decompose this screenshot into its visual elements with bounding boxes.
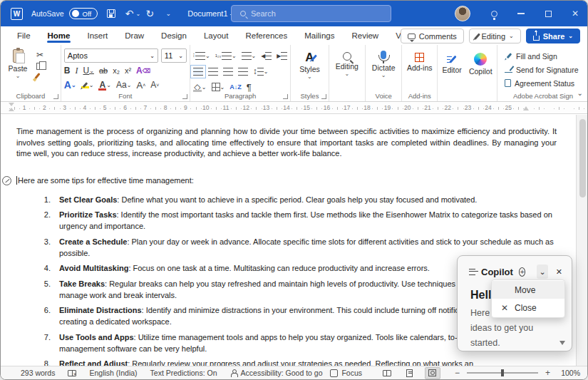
menu-item-close[interactable]: ✕Close bbox=[492, 299, 564, 317]
bold-button[interactable]: B bbox=[64, 66, 71, 76]
horizontal-ruler[interactable]: 1234567891011121314151617181920212223242… bbox=[1, 103, 588, 114]
tab-design[interactable]: Design bbox=[153, 29, 195, 43]
styles-button[interactable]: A Styles ⌄ bbox=[294, 51, 325, 80]
read-mode-button[interactable] bbox=[379, 367, 395, 379]
clear-formatting-button[interactable]: A⌫ bbox=[136, 66, 150, 76]
strikethrough-button[interactable]: ab bbox=[99, 66, 108, 75]
tab-layout[interactable]: Layout bbox=[196, 29, 237, 43]
zoom-slider[interactable] bbox=[467, 372, 538, 374]
increase-indent-button[interactable]: ▸ bbox=[277, 51, 287, 61]
shading-button[interactable]: ◇⌄ bbox=[193, 82, 207, 92]
toggle-knob-icon bbox=[72, 10, 79, 17]
addins-button[interactable]: Add-ins bbox=[405, 53, 434, 72]
redo-button[interactable]: ↻ bbox=[140, 4, 159, 23]
ruler-number: 10 bbox=[202, 104, 209, 111]
copy-button[interactable] bbox=[36, 63, 43, 70]
close-window-button[interactable]: ✕ bbox=[562, 1, 588, 26]
justify-button[interactable] bbox=[238, 68, 248, 76]
clipboard-dialog-launcher[interactable] bbox=[53, 94, 58, 99]
tab-references[interactable]: References bbox=[237, 29, 295, 43]
italic-button[interactable]: I bbox=[76, 66, 78, 76]
underline-button[interactable]: U⌄ bbox=[83, 66, 94, 76]
font-size-combo[interactable]: 11⌄ bbox=[161, 48, 187, 63]
coming-soon-button[interactable] bbox=[480, 1, 507, 26]
shrink-font-button[interactable]: A˅ bbox=[150, 80, 159, 90]
minimize-button[interactable] bbox=[507, 1, 535, 26]
accessibility-status[interactable]: Accessibility: Good to go bbox=[230, 369, 323, 377]
undo-chevron-icon[interactable]: ⌄ bbox=[136, 11, 141, 17]
tab-insert[interactable]: Insert bbox=[79, 29, 115, 43]
format-painter-button[interactable] bbox=[36, 73, 43, 79]
close-panel-button[interactable]: ✕ bbox=[554, 265, 564, 279]
line-spacing-button[interactable]: ↕⌄ bbox=[253, 66, 269, 76]
clipboard-group: Paste ⌄ ✂ Clipboard bbox=[1, 45, 61, 101]
panel-options-chevron[interactable]: ⌄ bbox=[537, 265, 547, 279]
scroll-down-icon[interactable] bbox=[559, 341, 565, 345]
tab-draw[interactable]: Draw bbox=[117, 29, 152, 43]
zoom-slider-thumb[interactable] bbox=[501, 369, 504, 376]
highlight-color-button[interactable]: ⌄ bbox=[81, 82, 94, 88]
grow-font-button[interactable]: A˄ bbox=[136, 80, 145, 91]
tab-home[interactable]: Home bbox=[40, 29, 78, 43]
web-layout-button[interactable] bbox=[425, 367, 440, 379]
subscript-button[interactable]: x₂ bbox=[113, 66, 120, 75]
font-color-button[interactable]: A⌄ bbox=[98, 80, 111, 91]
zoom-level[interactable]: 100% bbox=[557, 369, 580, 377]
scrollbar-thumb[interactable] bbox=[579, 119, 586, 197]
focus-mode-button[interactable]: Focus bbox=[330, 369, 362, 377]
search-input[interactable]: Search bbox=[231, 5, 391, 22]
agreement-status-button[interactable]: Agreement Status bbox=[505, 77, 586, 89]
show-paragraph-marks-button[interactable]: ¶ bbox=[247, 82, 252, 93]
tab-review[interactable]: Review bbox=[344, 29, 386, 43]
menu-item-move[interactable]: Move bbox=[492, 281, 564, 299]
share-button[interactable]: Share ⌄ bbox=[526, 29, 580, 43]
editor-button[interactable]: Editor bbox=[442, 53, 461, 76]
paragraph-dialog-launcher[interactable] bbox=[283, 94, 288, 99]
tab-file[interactable]: File bbox=[9, 29, 38, 43]
margin-copilot-icon[interactable] bbox=[2, 176, 11, 185]
proofing-icon[interactable]: ✕ bbox=[68, 370, 76, 376]
copilot-button[interactable]: Copilot bbox=[469, 53, 492, 76]
zoom-out-button[interactable]: − bbox=[455, 368, 460, 378]
right-indent-marker[interactable] bbox=[523, 106, 529, 111]
align-right-button[interactable] bbox=[223, 68, 233, 76]
vertical-scrollbar[interactable] bbox=[576, 115, 588, 367]
text-predictions-status[interactable]: Text Predictions: On bbox=[150, 369, 217, 377]
dictate-button[interactable]: Dictate ⌄ bbox=[368, 51, 398, 78]
quick-access-chevron[interactable]: ⌄ bbox=[159, 4, 177, 23]
styles-dialog-launcher[interactable] bbox=[321, 94, 326, 99]
print-layout-button[interactable] bbox=[402, 367, 418, 379]
zoom-in-button[interactable]: + bbox=[545, 368, 550, 378]
new-chat-icon[interactable]: + bbox=[519, 267, 526, 277]
text-effects-button[interactable]: A⌄ bbox=[64, 79, 76, 91]
sort-button[interactable]: A↓Z bbox=[229, 83, 242, 91]
editing-mode-button[interactable]: Editing ⌄ bbox=[469, 29, 521, 43]
borders-button[interactable]: ⌄ bbox=[212, 83, 225, 91]
language-status[interactable]: English (India) bbox=[89, 369, 137, 377]
send-for-signature-button[interactable]: Send for Signature bbox=[505, 63, 586, 76]
font-name-combo[interactable]: Aptos⌄ bbox=[64, 48, 158, 63]
save-button[interactable] bbox=[102, 4, 120, 23]
user-avatar[interactable] bbox=[455, 6, 470, 21]
left-indent-marker[interactable] bbox=[9, 103, 15, 113]
bullets-button[interactable]: ⁝⌄ bbox=[193, 52, 210, 60]
collapse-ribbon-chevron[interactable]: ⌄ bbox=[577, 89, 583, 97]
numbering-button[interactable]: 1₂₃⌄ bbox=[215, 52, 237, 60]
align-left-button[interactable] bbox=[193, 68, 203, 76]
maximize-button[interactable] bbox=[535, 1, 562, 26]
multilevel-list-button[interactable]: ⌄ bbox=[242, 52, 257, 60]
decrease-indent-button[interactable]: ◂ bbox=[261, 51, 272, 61]
word-count[interactable]: 293 words bbox=[21, 369, 55, 377]
autosave-toggle[interactable]: Off bbox=[69, 8, 98, 19]
font-dialog-launcher[interactable] bbox=[182, 94, 187, 99]
cut-button[interactable]: ✂ bbox=[36, 50, 43, 60]
comments-button[interactable]: Comments bbox=[401, 29, 464, 43]
align-center-button[interactable] bbox=[208, 68, 218, 76]
editing-menu-button[interactable]: Editing ⌄ bbox=[332, 52, 362, 77]
paste-button[interactable]: Paste ⌄ bbox=[4, 48, 32, 79]
hamburger-menu-icon[interactable] bbox=[469, 269, 475, 275]
superscript-button[interactable]: x² bbox=[125, 66, 131, 75]
change-case-button[interactable]: Aa⌄ bbox=[116, 80, 131, 90]
tab-mailings[interactable]: Mailings bbox=[296, 29, 342, 43]
fill-and-sign-button[interactable]: Fill and Sign bbox=[505, 50, 586, 62]
